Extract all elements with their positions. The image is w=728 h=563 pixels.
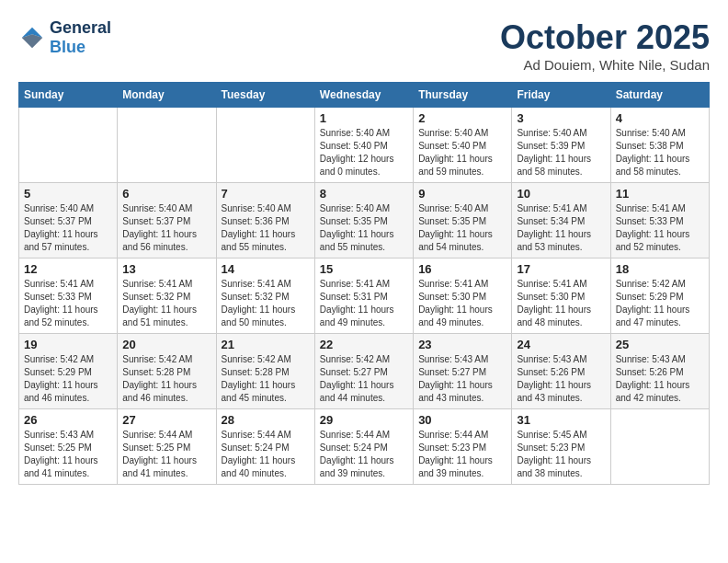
day-cell — [118, 108, 216, 183]
day-cell: 3Sunrise: 5:40 AM Sunset: 5:39 PM Daylig… — [512, 108, 610, 183]
day-cell: 25Sunrise: 5:43 AM Sunset: 5:26 PM Dayli… — [610, 334, 709, 409]
day-number: 19 — [24, 338, 112, 351]
day-cell: 5Sunrise: 5:40 AM Sunset: 5:37 PM Daylig… — [19, 183, 118, 259]
week-row-2: 5Sunrise: 5:40 AM Sunset: 5:37 PM Daylig… — [19, 183, 710, 259]
day-info: Sunrise: 5:43 AM Sunset: 5:27 PM Dayligh… — [418, 353, 506, 405]
day-number: 29 — [320, 413, 408, 427]
day-cell: 6Sunrise: 5:40 AM Sunset: 5:37 PM Daylig… — [118, 183, 216, 259]
day-number: 2 — [418, 111, 506, 125]
day-cell: 27Sunrise: 5:44 AM Sunset: 5:25 PM Dayli… — [118, 409, 216, 485]
day-info: Sunrise: 5:41 AM Sunset: 5:30 PM Dayligh… — [517, 278, 605, 329]
day-cell: 13Sunrise: 5:41 AM Sunset: 5:32 PM Dayli… — [118, 259, 216, 334]
calendar-header-row: SundayMondayTuesdayWednesdayThursdayFrid… — [19, 83, 710, 108]
day-info: Sunrise: 5:40 AM Sunset: 5:35 PM Dayligh… — [418, 202, 506, 254]
week-row-1: 1Sunrise: 5:40 AM Sunset: 5:40 PM Daylig… — [19, 108, 710, 183]
day-cell: 24Sunrise: 5:43 AM Sunset: 5:26 PM Dayli… — [512, 334, 610, 409]
day-info: Sunrise: 5:44 AM Sunset: 5:23 PM Dayligh… — [418, 429, 506, 480]
day-info: Sunrise: 5:45 AM Sunset: 5:23 PM Dayligh… — [517, 429, 605, 480]
col-header-saturday: Saturday — [610, 83, 709, 108]
day-number: 8 — [320, 187, 408, 201]
day-cell: 28Sunrise: 5:44 AM Sunset: 5:24 PM Dayli… — [216, 409, 314, 485]
day-cell — [610, 409, 709, 485]
day-number: 11 — [616, 187, 704, 201]
day-number: 21 — [222, 338, 310, 351]
day-cell: 2Sunrise: 5:40 AM Sunset: 5:40 PM Daylig… — [414, 108, 512, 183]
day-number: 13 — [122, 262, 210, 276]
day-info: Sunrise: 5:44 AM Sunset: 5:24 PM Dayligh… — [320, 429, 408, 480]
day-info: Sunrise: 5:41 AM Sunset: 5:30 PM Dayligh… — [418, 278, 506, 329]
week-row-5: 26Sunrise: 5:43 AM Sunset: 5:25 PM Dayli… — [19, 409, 710, 485]
day-number: 20 — [122, 338, 210, 351]
day-cell: 4Sunrise: 5:40 AM Sunset: 5:38 PM Daylig… — [610, 108, 709, 183]
day-number: 28 — [222, 413, 310, 427]
logo-icon — [18, 24, 46, 52]
day-cell: 7Sunrise: 5:40 AM Sunset: 5:36 PM Daylig… — [216, 183, 314, 259]
day-number: 26 — [24, 413, 112, 427]
day-cell: 26Sunrise: 5:43 AM Sunset: 5:25 PM Dayli… — [19, 409, 118, 485]
col-header-sunday: Sunday — [19, 83, 118, 108]
day-info: Sunrise: 5:44 AM Sunset: 5:24 PM Dayligh… — [222, 429, 310, 480]
location-subtitle: Ad Douiem, White Nile, Sudan — [500, 57, 710, 73]
day-number: 27 — [122, 413, 210, 427]
day-number: 10 — [517, 187, 605, 201]
title-area: October 2025 Ad Douiem, White Nile, Suda… — [500, 18, 710, 73]
page-header: General Blue October 2025 Ad Douiem, Whi… — [18, 18, 710, 73]
day-number: 30 — [418, 413, 506, 427]
day-number: 22 — [320, 338, 408, 351]
day-info: Sunrise: 5:42 AM Sunset: 5:27 PM Dayligh… — [320, 353, 408, 405]
day-cell: 10Sunrise: 5:41 AM Sunset: 5:34 PM Dayli… — [512, 183, 610, 259]
logo-text: General Blue — [50, 18, 111, 57]
day-cell: 9Sunrise: 5:40 AM Sunset: 5:35 PM Daylig… — [414, 183, 512, 259]
day-cell: 18Sunrise: 5:42 AM Sunset: 5:29 PM Dayli… — [610, 259, 709, 334]
day-cell: 16Sunrise: 5:41 AM Sunset: 5:30 PM Dayli… — [414, 259, 512, 334]
day-info: Sunrise: 5:41 AM Sunset: 5:32 PM Dayligh… — [222, 278, 310, 329]
day-cell: 21Sunrise: 5:42 AM Sunset: 5:28 PM Dayli… — [216, 334, 314, 409]
logo: General Blue — [18, 18, 111, 57]
day-number: 12 — [24, 262, 112, 276]
day-number: 7 — [222, 187, 310, 201]
day-number: 6 — [122, 187, 210, 201]
day-cell: 31Sunrise: 5:45 AM Sunset: 5:23 PM Dayli… — [512, 409, 610, 485]
col-header-tuesday: Tuesday — [216, 83, 314, 108]
day-cell: 15Sunrise: 5:41 AM Sunset: 5:31 PM Dayli… — [314, 259, 413, 334]
day-number: 15 — [320, 262, 408, 276]
day-info: Sunrise: 5:43 AM Sunset: 5:26 PM Dayligh… — [616, 353, 704, 405]
calendar-table: SundayMondayTuesdayWednesdayThursdayFrid… — [18, 82, 710, 485]
day-info: Sunrise: 5:40 AM Sunset: 5:39 PM Dayligh… — [517, 127, 605, 178]
day-number: 3 — [517, 111, 605, 125]
col-header-friday: Friday — [512, 83, 610, 108]
day-number: 24 — [517, 338, 605, 351]
day-info: Sunrise: 5:40 AM Sunset: 5:40 PM Dayligh… — [320, 127, 408, 178]
day-cell: 12Sunrise: 5:41 AM Sunset: 5:33 PM Dayli… — [19, 259, 118, 334]
day-info: Sunrise: 5:42 AM Sunset: 5:28 PM Dayligh… — [222, 353, 310, 405]
day-info: Sunrise: 5:42 AM Sunset: 5:29 PM Dayligh… — [24, 353, 112, 405]
day-cell: 19Sunrise: 5:42 AM Sunset: 5:29 PM Dayli… — [19, 334, 118, 409]
week-row-4: 19Sunrise: 5:42 AM Sunset: 5:29 PM Dayli… — [19, 334, 710, 409]
day-number: 17 — [517, 262, 605, 276]
day-info: Sunrise: 5:40 AM Sunset: 5:35 PM Dayligh… — [320, 202, 408, 254]
day-info: Sunrise: 5:41 AM Sunset: 5:33 PM Dayligh… — [616, 202, 704, 254]
day-number: 4 — [616, 111, 704, 125]
day-info: Sunrise: 5:41 AM Sunset: 5:34 PM Dayligh… — [517, 202, 605, 254]
day-info: Sunrise: 5:40 AM Sunset: 5:37 PM Dayligh… — [24, 202, 112, 254]
week-row-3: 12Sunrise: 5:41 AM Sunset: 5:33 PM Dayli… — [19, 259, 710, 334]
day-number: 5 — [24, 187, 112, 201]
day-info: Sunrise: 5:41 AM Sunset: 5:31 PM Dayligh… — [320, 278, 408, 329]
day-info: Sunrise: 5:41 AM Sunset: 5:32 PM Dayligh… — [122, 278, 210, 329]
day-number: 23 — [418, 338, 506, 351]
day-cell — [216, 108, 314, 183]
day-cell: 17Sunrise: 5:41 AM Sunset: 5:30 PM Dayli… — [512, 259, 610, 334]
day-info: Sunrise: 5:43 AM Sunset: 5:25 PM Dayligh… — [24, 429, 112, 480]
day-cell: 8Sunrise: 5:40 AM Sunset: 5:35 PM Daylig… — [314, 183, 413, 259]
day-cell: 29Sunrise: 5:44 AM Sunset: 5:24 PM Dayli… — [314, 409, 413, 485]
day-cell: 30Sunrise: 5:44 AM Sunset: 5:23 PM Dayli… — [414, 409, 512, 485]
day-cell: 22Sunrise: 5:42 AM Sunset: 5:27 PM Dayli… — [314, 334, 413, 409]
day-cell: 11Sunrise: 5:41 AM Sunset: 5:33 PM Dayli… — [610, 183, 709, 259]
day-cell: 1Sunrise: 5:40 AM Sunset: 5:40 PM Daylig… — [314, 108, 413, 183]
day-number: 25 — [616, 338, 704, 351]
day-info: Sunrise: 5:40 AM Sunset: 5:37 PM Dayligh… — [122, 202, 210, 254]
day-number: 16 — [418, 262, 506, 276]
day-cell: 20Sunrise: 5:42 AM Sunset: 5:28 PM Dayli… — [118, 334, 216, 409]
day-info: Sunrise: 5:40 AM Sunset: 5:36 PM Dayligh… — [222, 202, 310, 254]
col-header-thursday: Thursday — [414, 83, 512, 108]
